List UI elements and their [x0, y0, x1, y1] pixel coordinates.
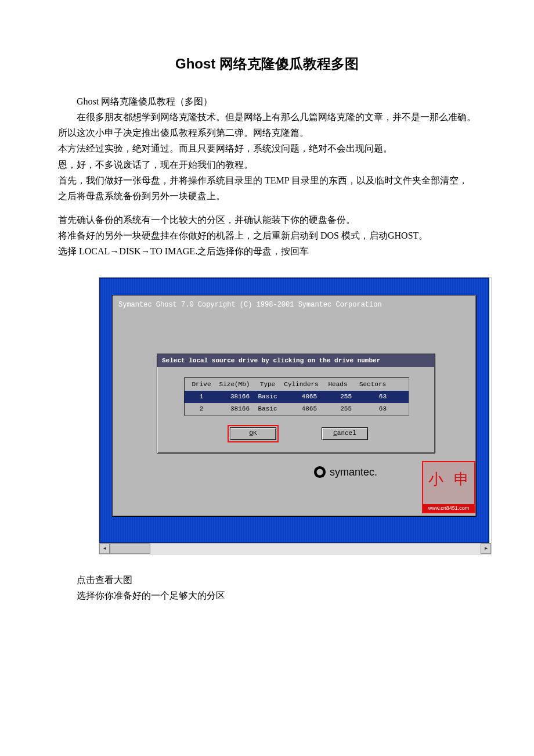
cancel-button[interactable]: Cancel	[322, 427, 368, 440]
horizontal-scrollbar[interactable]: ◂ ▸	[99, 543, 491, 554]
drive-row-1[interactable]: 1 38166 Basic 4865 255 63	[185, 391, 409, 403]
symantec-icon	[313, 466, 326, 478]
cell-type: Basic	[253, 391, 282, 402]
cell-cyl: 4865	[282, 391, 320, 402]
scroll-left-button[interactable]: ◂	[99, 543, 110, 554]
page-title: Ghost 网络克隆傻瓜教程多图	[0, 52, 534, 76]
scroll-right-button[interactable]: ▸	[481, 543, 491, 554]
cell-drive: 1	[187, 391, 216, 402]
body-line-6: 将准备好的另外一块硬盘挂在你做好的机器上，之后重新启动到 DOS 模式，启动GH…	[58, 228, 476, 243]
cell-heads: 255	[320, 404, 355, 415]
body-line-5: 首先确认备份的系统有一个比较大的分区，并确认能装下你的硬盘备份。	[58, 212, 476, 228]
cell-size: 38166	[216, 404, 253, 415]
stamp-glyph-2: 申	[454, 467, 469, 492]
screenshot-container: Symantec Ghost 7.0 Copyright (C) 1998-20…	[99, 277, 490, 555]
screenshot-frame: Symantec Ghost 7.0 Copyright (C) 1998-20…	[99, 277, 492, 555]
document-page: Ghost 网络克隆傻瓜教程多图 Ghost 网络克隆傻瓜教程（多图） 在很多朋…	[0, 0, 534, 638]
watermark-stamp: 小 申 www.cn8451.com	[422, 461, 475, 513]
drive-table: Drive Size(Mb) Type Cylinders Heads Sect…	[184, 377, 409, 416]
stamp-url: www.cn8451.com	[423, 504, 474, 512]
body-line-4: 首先，我们做好一张母盘，并将操作系统目录里的 TEMP 目录里的东西，以及临时文…	[58, 172, 476, 204]
col-cylinders: Cylinders	[282, 379, 320, 390]
col-sectors: Sectors	[355, 379, 390, 390]
ok-button[interactable]: OK	[230, 427, 276, 440]
cell-drive: 2	[187, 404, 216, 415]
col-heads: Heads	[320, 379, 355, 390]
drive-row-2[interactable]: 2 38166 Basic 4865 255 63	[185, 403, 409, 415]
body-line-3: 恩，好，不多说废话了，现在开始我们的教程。	[58, 157, 476, 172]
col-drive: Drive	[187, 379, 216, 390]
select-drive-dialog: Select local source drive by clicking on…	[157, 354, 435, 453]
cell-heads: 255	[320, 391, 355, 402]
symantec-text: symantec.	[330, 463, 377, 481]
dialog-title: Select local source drive by clicking on…	[157, 354, 435, 368]
intro-paragraph-1: Ghost 网络克隆傻瓜教程（多图）	[58, 93, 476, 109]
cell-sect: 63	[355, 404, 390, 415]
closing-paragraph: 选择你你准备好的一个足够大的分区	[58, 588, 476, 603]
cell-sect: 63	[355, 391, 390, 402]
symantec-logo: symantec.	[313, 463, 377, 481]
col-size: Size(Mb)	[216, 379, 253, 390]
stamp-glyph-1: 小	[428, 467, 443, 492]
col-type: Type	[253, 379, 282, 390]
body-line-7: 选择 LOCAL→DISK→TO IMAGE.之后选择你的母盘，按回车	[58, 243, 476, 259]
ghost-window-title: Symantec Ghost 7.0 Copyright (C) 1998-20…	[113, 296, 476, 314]
drive-table-header: Drive Size(Mb) Type Cylinders Heads Sect…	[185, 378, 409, 391]
intro-paragraph-2: 在很多朋友都想学到网络克隆技术。但是网络上有那么几篇网络克隆的文章，并不是一那么…	[58, 109, 476, 125]
cell-size: 38166	[216, 391, 253, 402]
cell-cyl: 4865	[282, 404, 320, 415]
ghost-screenshot: Symantec Ghost 7.0 Copyright (C) 1998-20…	[99, 278, 489, 543]
body-line-2: 本方法经过实验，绝对通过。而且只要网络好，系统没问题，绝对不会出现问题。	[58, 141, 476, 156]
image-caption: 点击查看大图	[58, 572, 476, 588]
body-line-1: 所以这次小申子决定推出傻瓜教程系列第二弹。网络克隆篇。	[58, 125, 476, 141]
cell-type: Basic	[253, 404, 282, 415]
scroll-thumb[interactable]	[110, 543, 150, 554]
